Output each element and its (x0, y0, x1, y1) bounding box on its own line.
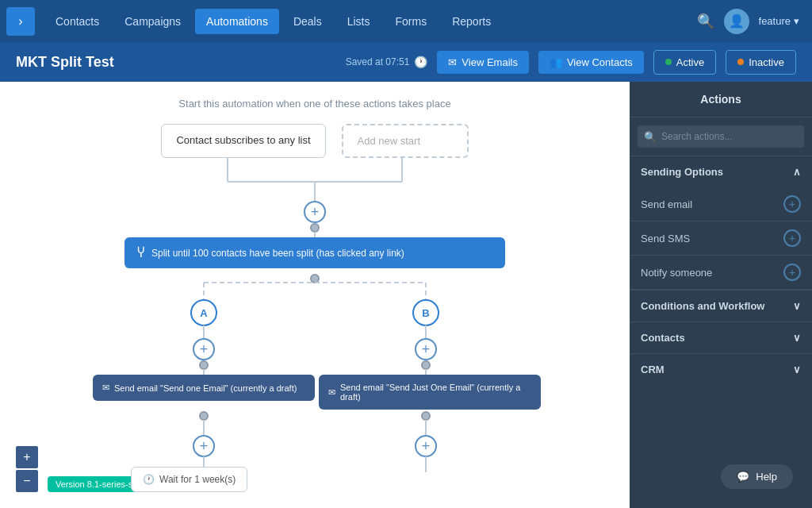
sub-header: MKT Split Test Saved at 07:51 🕐 ✉ View E… (0, 42, 812, 82)
main-layout: Start this automation when one of these … (0, 82, 812, 508)
svg-point-22 (200, 361, 208, 369)
sidebar-search: 🔍 (638, 125, 804, 148)
view-contacts-button[interactable]: 👥 View Contacts (538, 51, 644, 74)
email-node-a-icon: ✉ (102, 383, 109, 393)
sidebar-section-conditions: Conditions and Workflow ∨ (630, 290, 812, 321)
add-send-sms-button[interactable]: + (783, 229, 801, 247)
nav-deals[interactable]: Deals (282, 9, 333, 34)
sidebar-section-crm-header[interactable]: CRM ∨ (630, 354, 812, 385)
nav-lists[interactable]: Lists (336, 9, 381, 34)
help-icon: 💬 (737, 471, 749, 483)
svg-point-26 (200, 412, 208, 420)
chevron-down-icon: ∨ (793, 300, 801, 312)
svg-text:A: A (200, 307, 208, 319)
nav-contacts[interactable]: Contacts (44, 9, 110, 34)
svg-point-6 (311, 224, 319, 232)
clock-icon: 🕐 (414, 56, 427, 68)
clock-icon: 🕐 (143, 474, 155, 485)
zoom-in-button[interactable]: + (16, 446, 38, 468)
svg-point-24 (422, 361, 430, 369)
email-node-a[interactable]: ✉ Send email "Send one Email" (currently… (93, 375, 315, 401)
flow-svg: + Ⴤ Split until 100 contacts have been s… (124, 158, 505, 507)
svg-text:+: + (311, 204, 320, 220)
zoom-controls: + − (16, 446, 38, 492)
sidebar-section-sending-header[interactable]: Sending Options ∧ (630, 156, 812, 187)
search-icon[interactable]: 🔍 (691, 6, 721, 37)
action-notify-someone[interactable]: Notify someone + (630, 256, 812, 290)
action-send-email[interactable]: Send email + (630, 187, 812, 221)
user-menu[interactable]: feature ▾ (753, 12, 806, 30)
svg-point-31 (422, 412, 430, 420)
email-node-b-icon: ✉ (328, 387, 335, 398)
action-send-sms[interactable]: Send SMS + (630, 221, 812, 256)
sidebar-section-sending: Sending Options ∧ Send email + Send SMS … (630, 156, 812, 290)
email-icon: ✉ (448, 56, 457, 68)
saved-info: Saved at 07:51 🕐 (346, 56, 428, 68)
trigger-box-subscribe[interactable]: Contact subscribes to any list (161, 124, 325, 158)
inactive-status-button[interactable]: Inactive (726, 50, 796, 75)
help-button[interactable]: 💬 Help (721, 464, 793, 489)
active-status-button[interactable]: Active (653, 50, 716, 75)
sidebar-header: Actions (630, 82, 812, 117)
page-title: MKT Split Test (16, 54, 336, 71)
sidebar-section-contacts-header[interactable]: Contacts ∨ (630, 322, 812, 353)
canvas-title: Start this automation when one of these … (178, 98, 450, 110)
sidebar-section-conditions-header[interactable]: Conditions and Workflow ∨ (630, 291, 812, 321)
add-notify-button[interactable]: + (783, 264, 801, 281)
svg-text:+: + (200, 341, 209, 357)
svg-text:+: + (200, 438, 209, 454)
wait-node[interactable]: 🕐 Wait for 1 week(s) (131, 467, 247, 492)
email-node-b[interactable]: ✉ Send email "Send Just One Email" (curr… (319, 375, 541, 410)
chevron-down-icon: ∨ (793, 332, 801, 344)
inactive-dot (737, 59, 744, 65)
split-icon: Ⴤ (137, 245, 145, 260)
search-icon: 🔍 (644, 131, 657, 143)
search-input[interactable] (638, 125, 804, 148)
sidebar: Actions 🔍 Sending Options ∧ Send email +… (630, 82, 812, 508)
svg-text:+: + (422, 438, 431, 454)
nav-campaigns[interactable]: Campaigns (113, 9, 192, 34)
split-node[interactable]: Ⴤ Split until 100 contacts have been spl… (124, 237, 505, 268)
top-nav: › Contacts Campaigns Automations Deals L… (0, 0, 812, 42)
sidebar-section-crm: CRM ∨ (630, 353, 812, 385)
contacts-icon: 👥 (550, 56, 562, 68)
chevron-down-icon: ∨ (793, 364, 801, 375)
avatar[interactable]: 👤 (724, 9, 749, 34)
logo-button[interactable]: › (6, 7, 35, 36)
zoom-out-button[interactable]: − (16, 470, 38, 492)
nav-automations[interactable]: Automations (195, 9, 279, 34)
flow-container: Start this automation when one of these … (0, 82, 630, 507)
trigger-box-add-start[interactable]: Add new start (342, 124, 469, 158)
svg-point-8 (311, 275, 319, 283)
nav-forms[interactable]: Forms (385, 9, 439, 34)
view-emails-button[interactable]: ✉ View Emails (437, 51, 529, 74)
add-send-email-button[interactable]: + (783, 195, 801, 213)
active-dot (665, 59, 672, 65)
svg-text:B: B (422, 307, 429, 319)
trigger-row: Contact subscribes to any list Add new s… (161, 124, 468, 158)
canvas: Start this automation when one of these … (0, 82, 630, 508)
nav-reports[interactable]: Reports (441, 9, 502, 34)
sidebar-section-contacts: Contacts ∨ (630, 321, 812, 353)
svg-text:+: + (422, 341, 431, 357)
chevron-up-icon: ∧ (793, 166, 801, 178)
